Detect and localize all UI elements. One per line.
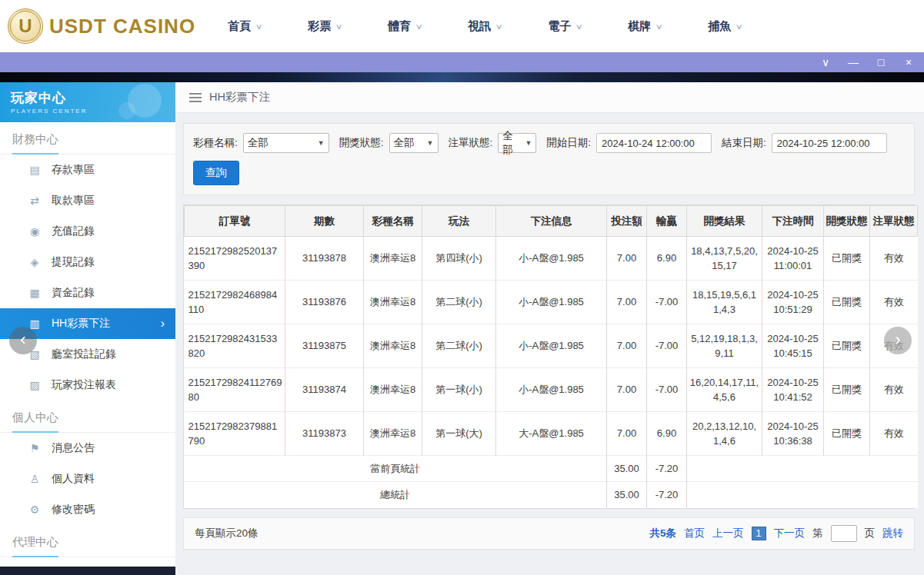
carousel-next-arrow-icon[interactable]: › (884, 327, 912, 354)
pagination-bar: 每頁顯示20條 共5条 首页 上一页 1 下一页 第 页 跳转 (183, 517, 915, 550)
nav-item-label: 棋牌 (628, 19, 651, 34)
prev-page-link[interactable]: 上一页 (712, 527, 744, 540)
table-header-row: 訂單號期數彩種名稱玩法下注信息投注額輸贏開獎結果下注時間開獎狀態注單狀態 (185, 206, 918, 237)
sidebar-item-label: 個人資料 (52, 472, 95, 486)
table-cell: 6.90 (647, 412, 687, 456)
table-cell: 小-A盤@1.985 (496, 281, 607, 324)
table-cell: 有效 (870, 368, 918, 412)
start-date-input[interactable] (596, 133, 712, 153)
cashout-icon: ◈ (28, 256, 42, 268)
sidebar-item-profile[interactable]: ♙個人資料 (0, 464, 175, 494)
table-cell: 第四球(小) (422, 237, 496, 281)
table-cell: 7.00 (607, 368, 647, 412)
top-navigation: U USDT CASINO 首頁∨彩票∨體育∨視訊∨電子∨棋牌∨捕魚∨ (0, 0, 924, 52)
carousel-prev-arrow-icon[interactable]: ‹ (9, 327, 37, 354)
order-status-select[interactable]: 全部 ▼ (498, 133, 536, 153)
column-header: 投注額 (607, 206, 647, 237)
brand[interactable]: U USDT CASINO (8, 8, 195, 44)
bets-table-panel: 訂單號期數彩種名稱玩法下注信息投注額輸贏開獎結果下注時間開獎狀態注單狀態 215… (183, 204, 915, 509)
column-header: 訂單號 (185, 206, 285, 237)
table-cell: 澳洲幸运8 (364, 412, 422, 456)
table-cell: 7.00 (607, 281, 647, 324)
goto-page-input[interactable] (831, 525, 857, 542)
nav-item-label: 彩票 (308, 19, 331, 34)
funds-icon: ▦ (28, 287, 42, 299)
topnav-menu: 首頁∨彩票∨體育∨視訊∨電子∨棋牌∨捕魚∨ (228, 19, 788, 34)
nav-item-3[interactable]: 視訊∨ (468, 19, 548, 34)
table-row: 215217298237988179031193873澳洲幸运8第一球(大)大-… (185, 412, 918, 456)
section-underline (12, 556, 58, 557)
nav-item-2[interactable]: 體育∨ (388, 19, 468, 34)
table-cell: 2152172982411276980 (185, 368, 285, 412)
main-area: HH彩票下注 彩種名稱: 全部 ▼ 開獎狀態: 全部 ▼ (175, 82, 924, 575)
summary-winloss-total: -7.20 (647, 482, 687, 508)
table-cell: 20,2,13,12,10,1,4,6 (687, 412, 762, 456)
chevron-down-icon: ∨ (415, 22, 423, 31)
table-cell: 2024-10-25 11:00:01 (762, 237, 824, 281)
menu-toggle-icon[interactable] (189, 93, 202, 102)
sidebar-item-label: 消息公告 (52, 441, 95, 455)
sidebar-item-label: 充值記錄 (52, 224, 95, 238)
chevron-down-icon: ∨ (495, 22, 503, 31)
sidebar-item-withdraw-area[interactable]: ⇄取款專區 (0, 185, 175, 216)
summary-label: 當前頁統計 (185, 456, 607, 482)
end-date-label: 結束日期: (722, 136, 766, 150)
summary-row: 當前頁統計35.00-7.20 (185, 456, 918, 482)
query-button[interactable]: 查詢 (193, 161, 239, 185)
section-underline (12, 153, 58, 155)
sidebar-item-funds-record[interactable]: ▦資金記錄 (0, 278, 175, 308)
deposit-icon: ▤ (28, 164, 42, 176)
sidebar-subtitle: PLAYERS CENTER (11, 108, 165, 115)
table-cell: 16,20,14,17,11,4,5,6 (687, 368, 762, 412)
sidebar-item-announcements[interactable]: ⚑消息公告 (0, 433, 175, 464)
nav-item-label: 電子 (548, 19, 571, 34)
sidebar-item-change-password[interactable]: ⚙修改密碼 (0, 494, 175, 525)
maximize-button[interactable]: □ (875, 57, 887, 68)
current-page[interactable]: 1 (752, 527, 766, 540)
nav-item-1[interactable]: 彩票∨ (308, 19, 388, 34)
minimize-button[interactable]: — (847, 57, 859, 68)
table-cell: 澳洲幸运8 (364, 281, 422, 324)
password-icon: ⚙ (28, 504, 42, 516)
column-header: 玩法 (422, 206, 496, 237)
sidebar-item-recharge-record[interactable]: ◉充值記錄 (0, 216, 175, 247)
sidebar-item-deposit-area[interactable]: ▤存款專區 (0, 155, 175, 185)
banner-strip (0, 72, 924, 82)
total-count: 共5条 (650, 527, 677, 540)
close-button[interactable]: × (902, 57, 915, 68)
sidebar-item-cashout-record[interactable]: ◈提現記錄 (0, 247, 175, 278)
collapse-button[interactable]: ∨ (819, 57, 832, 68)
table-cell: 第一球(小) (422, 368, 496, 412)
table-cell: 7.00 (607, 324, 647, 368)
column-header: 下注信息 (496, 206, 607, 237)
table-cell: 31193878 (285, 237, 364, 281)
draw-status-select[interactable]: 全部 ▼ (389, 133, 439, 153)
nav-item-4[interactable]: 電子∨ (548, 19, 628, 34)
table-cell: 2024-10-25 10:51:29 (762, 281, 824, 324)
sidebar-item-player-bet-report[interactable]: ▨玩家投注報表 (0, 370, 175, 401)
table-cell: 小-A盤@1.985 (496, 324, 607, 368)
table-cell: 第二球(小) (422, 324, 496, 368)
table-cell: 2152172982468984110 (185, 281, 285, 324)
first-page-link[interactable]: 首页 (684, 527, 705, 540)
column-header: 注單狀態 (870, 206, 918, 237)
lottery-name-select[interactable]: 全部 ▼ (243, 133, 329, 153)
nav-item-0[interactable]: 首頁∨ (228, 19, 308, 34)
column-header: 開獎結果 (687, 206, 762, 237)
brand-name: USDT CASINO (49, 15, 195, 38)
end-date-input[interactable] (772, 133, 887, 153)
filter-panel: 彩種名稱: 全部 ▼ 開獎狀態: 全部 ▼ 注單狀態: 全部 (183, 123, 915, 195)
table-cell: 澳洲幸运8 (364, 324, 422, 368)
nav-item-label: 視訊 (468, 19, 491, 34)
next-page-link[interactable]: 下一页 (774, 527, 806, 540)
table-cell: -7.00 (647, 281, 687, 324)
nav-item-6[interactable]: 捕魚∨ (708, 19, 788, 34)
nav-item-5[interactable]: 棋牌∨ (628, 19, 708, 34)
sidebar-item-label: 資金記錄 (52, 286, 95, 300)
chevron-down-icon: ∨ (575, 22, 583, 31)
sidebar-item-label: 提現記錄 (52, 255, 95, 269)
table-cell: 18,15,19,5,6,11,4,3 (687, 281, 762, 324)
filter-row: 彩種名稱: 全部 ▼ 開獎狀態: 全部 ▼ 注單狀態: 全部 (193, 133, 905, 153)
table-cell: 已開獎 (824, 324, 870, 368)
goto-jump-button[interactable]: 跳转 (882, 527, 903, 540)
